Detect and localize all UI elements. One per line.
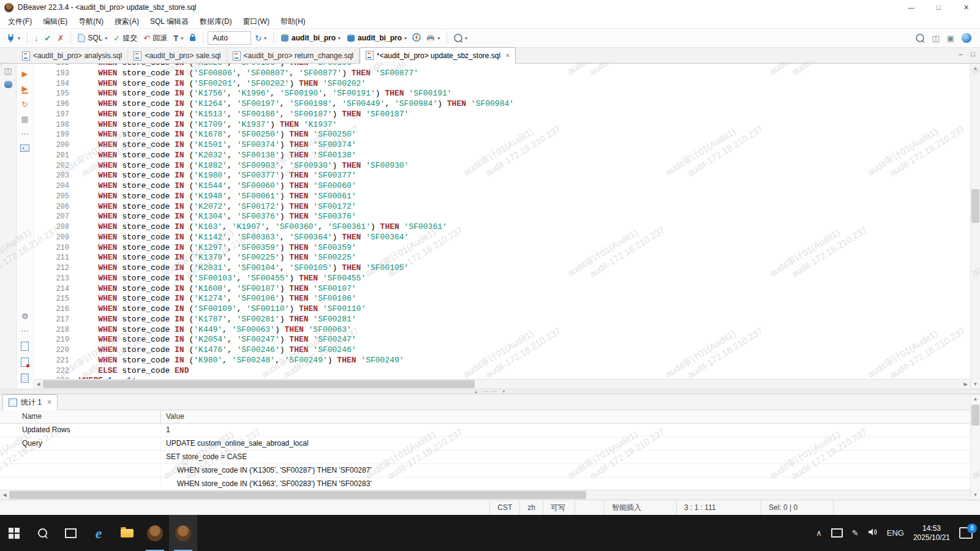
display-icon[interactable] (831, 528, 843, 538)
result-row[interactable]: WHEN store_code IN ('K1963', 'SF00283') … (0, 478, 980, 490)
close-window-button[interactable]: ✕ (952, 0, 980, 15)
task-view-button[interactable] (56, 515, 85, 551)
input-language-indicator[interactable]: ENG (887, 528, 904, 538)
vscroll-track[interactable] (971, 73, 980, 380)
new-connection-button[interactable]: ▾ (4, 32, 23, 44)
result-row[interactable]: WHEN store_code IN ('K1305', 'SF00287') … (0, 464, 980, 478)
layout-icon[interactable]: ▣ (947, 34, 954, 42)
commit-button[interactable]: ✓ 提交 (111, 32, 140, 45)
code-line[interactable]: 214 WHEN store_code IN ('K1608', 'SF0010… (34, 284, 970, 294)
hscroll-thumb[interactable] (43, 380, 475, 388)
column-header-name[interactable]: Name (0, 410, 161, 423)
status-selection[interactable]: Sel: 0 | 0 (761, 501, 833, 514)
file-explorer-button[interactable] (113, 515, 141, 551)
navigate-compass-icon[interactable] (410, 33, 423, 43)
code-line[interactable]: 221 WHEN store_code IN ('K980', 'SF00248… (34, 356, 970, 366)
sql-editor-menu-button[interactable]: SQL ▾ (75, 32, 110, 43)
code-line[interactable]: 217 WHEN store_code IN ('K1787', 'SF0028… (34, 315, 970, 325)
editor-tab[interactable]: <audit_bi_pro> sale.sql (128, 48, 227, 63)
more-icon[interactable]: ⋯ (21, 327, 29, 335)
code-line[interactable]: 208 WHEN store_code IN ('K163', 'K1907',… (34, 222, 970, 233)
export-file-icon[interactable] (21, 373, 29, 383)
code-line[interactable]: 198 WHEN store_code IN ('K1709', 'K1937'… (34, 120, 970, 130)
code-line[interactable]: 196 WHEN store_code IN ('K1264', 'SF0019… (34, 99, 970, 110)
vscroll-thumb[interactable] (971, 189, 979, 223)
hscroll-track[interactable] (43, 380, 961, 389)
code-line[interactable]: 202 WHEN store_code IN ('K1882', 'SF0090… (34, 161, 970, 171)
notification-center-icon[interactable]: 8 (959, 527, 973, 539)
minimize-window-button[interactable]: — (897, 0, 925, 15)
results-vscroll-thumb[interactable] (971, 405, 979, 425)
code-line[interactable]: 200 WHEN store_code IN ('K1501', 'SF0037… (34, 140, 970, 151)
transaction-log-button[interactable]: T ▾ (171, 33, 186, 43)
execute-statement-icon[interactable]: ▶ (22, 70, 28, 78)
panel-splitter[interactable]: ▲ ⋯⋯ ▼ (0, 389, 980, 394)
sql-console-icon[interactable]: ›_ (20, 144, 29, 152)
connection-selector[interactable]: audit_bi_pro ▾ (278, 32, 343, 43)
menu-item[interactable]: 导航(N) (73, 15, 109, 28)
taskbar-search-button[interactable] (28, 515, 56, 551)
results-hscroll-thumb[interactable] (9, 491, 586, 499)
explain-plan-icon[interactable]: ↻ (21, 100, 28, 108)
export-result-icon[interactable]: ▦ (21, 115, 28, 123)
result-row[interactable]: Updated Rows1 (0, 424, 980, 437)
code-line[interactable]: 205 WHEN store_code IN ('K1948', 'SF0006… (34, 192, 970, 202)
code-line[interactable]: 199 WHEN store_code IN ('K1678', 'SF0025… (34, 130, 970, 140)
sql-editor[interactable]: 192 WHEN store_code IN ('K1828', 'SF0019… (34, 64, 970, 379)
rollback-x-icon[interactable]: ✗ (55, 34, 66, 42)
code-line[interactable]: 220 WHEN store_code IN ('K1476', 'SF0024… (34, 345, 970, 356)
editor-tab[interactable]: <audit_bi_pro> analysis.sql (17, 48, 128, 63)
code-line[interactable]: 203 WHEN store_code IN ('K1980', 'SF0037… (34, 171, 970, 181)
refresh-schedule-button[interactable]: ↻ ▾ (252, 33, 269, 43)
scroll-right-icon[interactable]: ▶ (961, 380, 970, 389)
close-results-icon[interactable]: × (47, 398, 51, 407)
code-line[interactable]: 210 WHEN store_code IN ('K1297', 'SF0035… (34, 243, 970, 253)
print-button[interactable]: ▾ (424, 33, 442, 43)
scroll-down-icon[interactable]: ▼ (971, 490, 980, 500)
fetch-arrow-icon[interactable]: ↓ (32, 34, 41, 42)
menu-item[interactable]: 编辑(E) (37, 15, 73, 28)
dbeaver-taskbar-button[interactable] (141, 515, 169, 551)
menu-item[interactable]: 文件(F) (2, 15, 37, 28)
status-caret-position[interactable]: 3 : 1 : 111 (676, 501, 761, 514)
dbeaver-taskbar-button-active[interactable] (169, 515, 197, 551)
code-line[interactable]: 204 WHEN store_code IN ('K1544', 'SF0006… (34, 181, 970, 192)
code-line[interactable]: 197 WHEN store_code IN ('K1513', 'SF0018… (34, 110, 970, 120)
status-insert-mode[interactable]: 智能插入 (604, 501, 676, 514)
close-tab-icon[interactable]: × (505, 51, 510, 60)
menu-item[interactable]: SQL 编辑器 (145, 15, 194, 28)
status-locale[interactable]: zh (519, 501, 543, 514)
code-line[interactable]: 216 WHEN store_code IN ('SF00109', 'SF00… (34, 304, 970, 315)
editor-tab[interactable]: *<audit_bi_pro> update_sbz_store.sql× (360, 47, 516, 64)
menu-item[interactable]: 帮助(H) (275, 15, 311, 28)
scroll-up-icon[interactable]: ▲ (971, 394, 980, 403)
dbeaver-cloud-icon[interactable] (962, 33, 971, 43)
code-line[interactable]: 222 ELSE store_code END (34, 366, 970, 377)
code-line[interactable]: 209 WHEN store_code IN ('K1142', 'SF0036… (34, 233, 970, 243)
scroll-left-icon[interactable]: ◀ (0, 490, 9, 500)
volume-icon[interactable] (868, 528, 878, 538)
restore-panel-icon[interactable]: ◫ (4, 67, 12, 75)
code-line[interactable]: 192 WHEN store_code IN ('K1828', 'SF0019… (34, 64, 970, 69)
taskbar-clock[interactable]: 14:53 2025/10/21 (913, 524, 950, 542)
start-button[interactable] (0, 515, 28, 551)
code-line[interactable]: 219 WHEN store_code IN ('K2054', 'SF0024… (34, 335, 970, 345)
code-line[interactable]: 195 WHEN store_code IN ('K1756', 'K1996'… (34, 89, 970, 99)
result-row[interactable]: QueryUPDATE custom_online_sale_abroad_lo… (0, 437, 980, 451)
code-line[interactable]: 215 WHEN store_code IN ('K1274', 'SF0010… (34, 294, 970, 304)
settings-gear-icon[interactable]: ⚙ (21, 312, 29, 320)
scroll-up-icon[interactable]: ▲ (971, 64, 980, 73)
quick-search-icon[interactable] (916, 34, 924, 42)
open-file-icon[interactable] (21, 342, 29, 351)
result-row[interactable]: SET store_code = CASE (0, 451, 980, 464)
editor-tab[interactable]: <audit_bi_pro> return_change.sql (227, 48, 360, 63)
tray-expand-icon[interactable]: ∧ (816, 528, 822, 538)
splitter-up-icon[interactable]: ▲ (474, 389, 478, 394)
menu-item[interactable]: 数据库(D) (194, 15, 238, 28)
status-writable[interactable]: 可写 (543, 501, 575, 514)
minimize-view-icon[interactable]: – (959, 50, 962, 58)
maximize-window-button[interactable]: □ (925, 0, 952, 15)
column-header-value[interactable]: Value (161, 410, 980, 423)
code-line[interactable]: 213 WHEN store_code IN ('SF00103', 'SF00… (34, 274, 970, 284)
scroll-down-icon[interactable]: ▼ (971, 380, 980, 389)
